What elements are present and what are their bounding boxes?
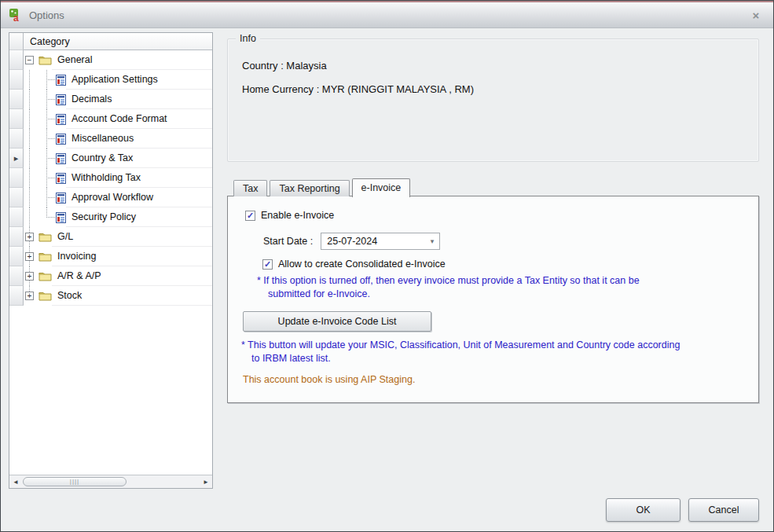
tree-item-general[interactable]: −General (9, 50, 212, 70)
settings-page-icon (56, 212, 66, 223)
tree-header-gutter (9, 33, 24, 50)
settings-page-icon (56, 94, 66, 105)
check-icon: ✓ (247, 211, 254, 220)
tree-item-label: Withholding Tax (66, 168, 212, 188)
close-icon[interactable]: × (746, 9, 765, 22)
consolidated-checkbox[interactable]: ✓ (262, 259, 273, 270)
tree-item-label: G/L (52, 227, 212, 247)
row-gutter (9, 207, 24, 227)
row-gutter (9, 168, 24, 188)
tree-item-label: Decimals (66, 90, 212, 109)
combo-arrow-icon: ▾ (431, 237, 440, 245)
tree-item-label: Account Code Format (66, 109, 212, 129)
tab-tax[interactable]: Tax (233, 180, 267, 196)
folder-icon (39, 291, 52, 301)
row-gutter (9, 286, 24, 306)
tree-item-label: Invoicing (52, 247, 212, 266)
scroll-left-icon[interactable]: ◄ (9, 479, 22, 486)
folder-icon (39, 271, 52, 281)
enable-einvoice-checkbox[interactable]: ✓ (245, 211, 255, 221)
tree-item-label: Approval Workflow (66, 188, 212, 207)
tree-connector-line (29, 109, 30, 129)
horizontal-scrollbar[interactable]: ◄ |||| ► (9, 475, 212, 488)
tree-rows: −GeneralApplication SettingsDecimalsAcco… (9, 50, 212, 475)
tab-e-invoice[interactable]: e-Invoice (352, 178, 411, 197)
consolidated-note-line1: * If this option is turned off, then eve… (257, 274, 640, 288)
tree-item-stock[interactable]: +Stock (9, 286, 212, 306)
scrollbar-grip-icon: |||| (24, 478, 126, 486)
tab-tax-reporting[interactable]: Tax Reporting (270, 180, 349, 196)
tree-header: Category (9, 33, 212, 50)
ok-button[interactable]: OK (606, 498, 680, 522)
row-gutter (9, 90, 24, 109)
row-gutter (9, 227, 24, 247)
settings-page-icon (56, 75, 66, 86)
einvoice-tab-panel: ✓ Enable e-Invoice Start Date : 25-07-20… (227, 196, 759, 403)
settings-page-icon (56, 114, 66, 125)
start-date-row: Start Date : 25-07-2024 ▾ (263, 233, 440, 250)
tree-connector-line (29, 129, 30, 149)
row-gutter (9, 109, 24, 129)
consolidated-note: * If this option is turned off, then eve… (257, 274, 640, 301)
tree-connector-line (29, 188, 30, 207)
tree-item-label: A/R & A/P (52, 266, 212, 286)
consolidated-label: Allow to create Consolidated e-Invoice (278, 259, 446, 270)
tree-item-account-code-format[interactable]: Account Code Format (9, 109, 212, 129)
tree-item-g-l[interactable]: +G/L (9, 227, 212, 247)
window-title: Options (29, 9, 64, 21)
update-button-note-line2: to IRBM latest list. (241, 352, 680, 365)
cancel-button[interactable]: Cancel (688, 498, 759, 522)
settings-page-icon (56, 153, 66, 164)
selected-row-indicator: ▸ (9, 149, 24, 168)
tree-item-invoicing[interactable]: +Invoicing (9, 247, 212, 266)
tree-item-miscellaneous[interactable]: Miscellaneous (9, 129, 212, 149)
tree-connector-line (29, 149, 30, 168)
tree-item-withholding-tax[interactable]: Withholding Tax (9, 168, 212, 188)
tree-item-label: Miscellaneous (66, 129, 212, 149)
collapse-icon[interactable]: − (25, 56, 34, 64)
tree-item-approval-workflow[interactable]: Approval Workflow (9, 188, 212, 207)
folder-icon (39, 251, 52, 262)
tree-item-label: General (52, 50, 212, 70)
tree-item-label: Security Policy (66, 207, 212, 227)
expand-icon[interactable]: + (25, 292, 34, 300)
category-tree-panel: Category −GeneralApplication SettingsDec… (9, 32, 213, 489)
tree-item-decimals[interactable]: Decimals (9, 90, 212, 109)
home-currency-info: Home Currency : MYR (RINGGIT MALAYSIA , … (242, 83, 474, 95)
tree-header-label: Category (24, 33, 212, 50)
tree-item-label: Application Settings (66, 70, 212, 90)
enable-einvoice-row: ✓ Enable e-Invoice (245, 210, 334, 221)
app-logo-icon: a (9, 8, 23, 22)
folder-icon (39, 55, 52, 65)
expand-icon[interactable]: + (25, 272, 34, 281)
row-gutter (9, 188, 24, 207)
tree-item-label: Country & Tax (66, 149, 212, 168)
start-date-dropdown[interactable]: 25-07-2024 ▾ (321, 233, 440, 250)
tree-item-application-settings[interactable]: Application Settings (9, 70, 212, 90)
tree-connector-line (29, 90, 30, 109)
tree-item-security-policy[interactable]: Security Policy (9, 207, 212, 227)
consolidated-einvoice-row: ✓ Allow to create Consolidated e-Invoice (262, 259, 446, 270)
tree-connector-line (29, 70, 30, 90)
tab-strip: TaxTax Reportinge-Invoice (233, 178, 413, 196)
tree-item-country-tax[interactable]: ▸Country & Tax (9, 149, 212, 168)
tree-item-label: Stock (52, 286, 212, 306)
row-gutter (9, 266, 24, 286)
tree-item-a-r-a-p[interactable]: +A/R & A/P (9, 266, 212, 286)
expand-icon[interactable]: + (25, 233, 34, 241)
check-icon: ✓ (264, 259, 271, 269)
row-gutter (9, 50, 24, 70)
expand-icon[interactable]: + (25, 252, 34, 261)
scroll-right-icon[interactable]: ► (200, 479, 212, 486)
update-button-note: * This button will update your MSIC, Cla… (241, 339, 680, 365)
settings-page-icon (56, 134, 66, 145)
row-gutter (9, 247, 24, 266)
start-date-value: 25-07-2024 (327, 236, 377, 247)
row-gutter (9, 129, 24, 149)
svg-text:a: a (13, 13, 19, 22)
info-groupbox: Info Country : Malaysia Home Currency : … (227, 39, 759, 162)
update-button-note-line1: * This button will update your MSIC, Cla… (241, 339, 680, 352)
staging-note: This account book is using AIP Staging. (243, 374, 415, 385)
scrollbar-thumb[interactable]: |||| (23, 477, 127, 486)
update-einvoice-code-list-button[interactable]: Update e-Invoice Code List (243, 311, 431, 332)
